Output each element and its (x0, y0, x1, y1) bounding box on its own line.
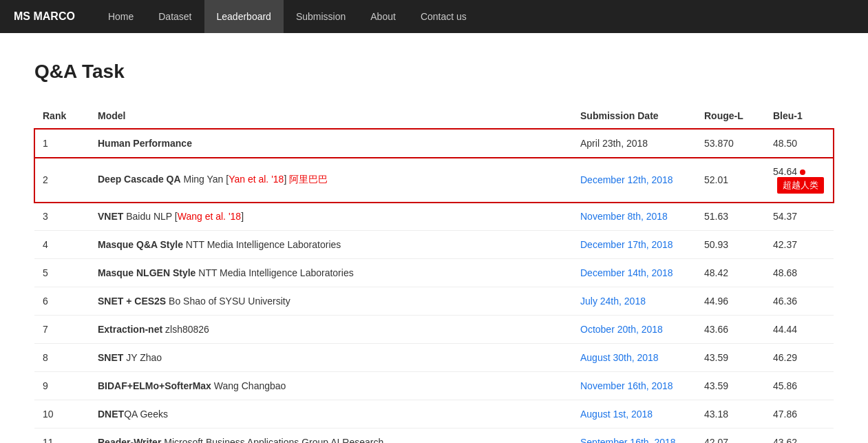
cell-date: December 14th, 2018 (572, 259, 696, 287)
cell-rouge: 51.63 (696, 203, 765, 231)
ref-link[interactable]: Wang et al. '18 (178, 211, 241, 222)
cell-rank: 3 (34, 203, 89, 231)
cell-model: Human Performance (89, 129, 572, 158)
col-header-rank: Rank (34, 103, 89, 129)
nav-link-submission[interactable]: Submission (284, 0, 358, 33)
cell-rank: 6 (34, 287, 89, 316)
cell-date: October 20th, 2018 (572, 316, 696, 344)
cell-bleu: 47.86 (765, 400, 834, 429)
cell-model: Reader-Writer Microsoft Business Applica… (89, 429, 572, 444)
cell-date: November 16th, 2018 (572, 372, 696, 400)
cell-model: Masque NLGEN Style NTT Media Intelligenc… (89, 259, 572, 287)
cell-rank: 8 (34, 344, 89, 372)
cell-model: Extraction-net zlsh80826 (89, 316, 572, 344)
cell-model: Deep Cascade QA Ming Yan [Yan et al. '18… (89, 158, 572, 203)
cell-bleu: 46.36 (765, 287, 834, 316)
cell-bleu: 45.86 (765, 372, 834, 400)
cell-bleu: 43.62 (765, 429, 834, 444)
cell-rank: 11 (34, 429, 89, 444)
cell-rouge: 43.59 (696, 344, 765, 372)
brand-logo: MS MARCO (14, 10, 75, 23)
col-header-date: Submission Date (572, 103, 696, 129)
cell-bleu: 46.29 (765, 344, 834, 372)
cell-bleu: 44.44 (765, 316, 834, 344)
cell-rouge: 42.07 (696, 429, 765, 444)
cell-rouge: 48.42 (696, 259, 765, 287)
table-row: 11Reader-Writer Microsoft Business Appli… (34, 429, 834, 444)
cell-rank: 5 (34, 259, 89, 287)
col-header-bleu: Bleu-1 (765, 103, 834, 129)
table-row: 9BIDAF+ELMo+SofterMax Wang ChangbaoNovem… (34, 372, 834, 400)
cell-date: April 23th, 2018 (572, 129, 696, 158)
cell-bleu: 42.37 (765, 231, 834, 259)
cell-rank: 9 (34, 372, 89, 400)
table-body: 1Human PerformanceApril 23th, 201853.870… (34, 129, 834, 443)
cell-model: VNET Baidu NLP [Wang et al. '18] (89, 203, 572, 231)
nav-link-dataset[interactable]: Dataset (146, 0, 204, 33)
cell-rouge: 43.18 (696, 400, 765, 429)
nav-link-leaderboard[interactable]: Leaderboard (204, 0, 284, 33)
cell-bleu: 54.64超越人类 (765, 158, 834, 203)
cell-bleu: 48.68 (765, 259, 834, 287)
table-header: Rank Model Submission Date Rouge-L Bleu-… (34, 103, 834, 129)
cell-rank: 7 (34, 316, 89, 344)
exceed-dot (800, 169, 805, 175)
main-content: Q&A Task Rank Model Submission Date Roug… (0, 33, 868, 443)
navbar: MS MARCO HomeDatasetLeaderboardSubmissio… (0, 0, 868, 33)
page-title: Q&A Task (34, 61, 834, 83)
cell-date: August 1st, 2018 (572, 400, 696, 429)
cell-date: September 16th, 2018 (572, 429, 696, 444)
table-row: 10DNETQA GeeksAugust 1st, 201843.1847.86 (34, 400, 834, 429)
cell-rouge: 53.870 (696, 129, 765, 158)
cell-date: December 17th, 2018 (572, 231, 696, 259)
cell-date: July 24th, 2018 (572, 287, 696, 316)
cell-model: Masque Q&A Style NTT Media Intelligence … (89, 231, 572, 259)
table-row: 3VNET Baidu NLP [Wang et al. '18]Novembe… (34, 203, 834, 231)
table-row: 6SNET + CES2S Bo Shao of SYSU University… (34, 287, 834, 316)
cell-rouge: 52.01 (696, 158, 765, 203)
table-row: 1Human PerformanceApril 23th, 201853.870… (34, 129, 834, 158)
cell-model: BIDAF+ELMo+SofterMax Wang Changbao (89, 372, 572, 400)
cell-rank: 4 (34, 231, 89, 259)
cell-rouge: 43.66 (696, 316, 765, 344)
table-row: 7Extraction-net zlsh80826October 20th, 2… (34, 316, 834, 344)
nav-link-about[interactable]: About (358, 0, 408, 33)
col-header-rouge: Rouge-L (696, 103, 765, 129)
leaderboard-table: Rank Model Submission Date Rouge-L Bleu-… (34, 103, 834, 443)
exceed-badge: 超越人类 (777, 177, 824, 194)
cell-bleu: 54.37 (765, 203, 834, 231)
nav-links: HomeDatasetLeaderboardSubmissionAboutCon… (96, 0, 479, 33)
cell-rank: 1 (34, 129, 89, 158)
cell-rouge: 50.93 (696, 231, 765, 259)
cell-bleu: 48.50 (765, 129, 834, 158)
table-row: 4Masque Q&A Style NTT Media Intelligence… (34, 231, 834, 259)
nav-link-home[interactable]: Home (96, 0, 146, 33)
table-row: 2Deep Cascade QA Ming Yan [Yan et al. '1… (34, 158, 834, 203)
cell-date: November 8th, 2018 (572, 203, 696, 231)
cell-rank: 10 (34, 400, 89, 429)
cell-model: DNETQA Geeks (89, 400, 572, 429)
ref-link[interactable]: Yan et al. '18 (229, 174, 284, 185)
cell-rank: 2 (34, 158, 89, 203)
cell-model: SNET + CES2S Bo Shao of SYSU University (89, 287, 572, 316)
cell-rouge: 44.96 (696, 287, 765, 316)
cell-date: August 30th, 2018 (572, 344, 696, 372)
cell-date: December 12th, 2018 (572, 158, 696, 203)
table-row: 5Masque NLGEN Style NTT Media Intelligen… (34, 259, 834, 287)
table-row: 8SNET JY ZhaoAugust 30th, 201843.5946.29 (34, 344, 834, 372)
nav-link-contact-us[interactable]: Contact us (408, 0, 479, 33)
col-header-model: Model (89, 103, 572, 129)
cell-model: SNET JY Zhao (89, 344, 572, 372)
cell-rouge: 43.59 (696, 372, 765, 400)
